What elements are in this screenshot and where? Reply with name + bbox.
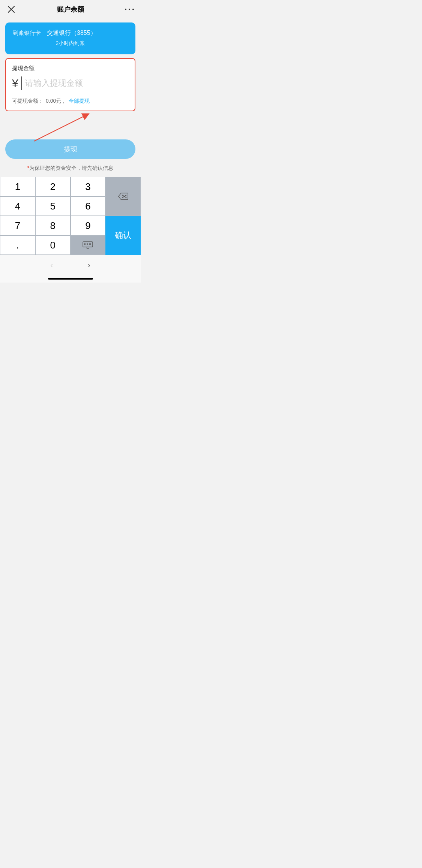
keyboard-row-3: 7 8 9 — [0, 216, 105, 235]
keyboard-left: 1 2 3 4 5 6 7 8 9 . 0 — [0, 177, 105, 255]
close-button[interactable] — [6, 4, 17, 15]
available-amount-row: 可提现金额： 0.00元， 全部提现 — [12, 98, 129, 105]
arrival-time: 2小时内到账 — [13, 40, 128, 47]
key-2[interactable]: 2 — [35, 177, 71, 196]
bank-card-label: 到账银行卡 — [13, 30, 41, 37]
arrow-annotation — [0, 111, 141, 139]
svg-point-3 — [129, 9, 130, 10]
key-confirm[interactable]: 确认 — [105, 216, 141, 255]
key-6[interactable]: 6 — [71, 196, 106, 216]
amount-input-section: 提现金额 ¥ 请输入提现金额 可提现金额： 0.00元， 全部提现 — [5, 58, 135, 111]
more-button[interactable] — [124, 4, 135, 15]
amount-label: 提现金额 — [12, 65, 129, 72]
withdraw-button[interactable]: 提现 — [5, 139, 135, 159]
available-prefix: 可提现金额： — [12, 98, 44, 105]
keyboard-row-4: . 0 — [0, 235, 105, 255]
header: 账户余额 — [0, 0, 141, 19]
keyboard-row-2: 4 5 6 — [0, 196, 105, 216]
bottom-nav: ‹ › — [0, 255, 141, 275]
amount-input-row[interactable]: ¥ 请输入提现金额 — [12, 76, 129, 94]
home-indicator — [0, 275, 141, 283]
key-8[interactable]: 8 — [35, 216, 71, 235]
bank-card-section: 到账银行卡 交通银行（3855） 2小时内到账 — [5, 22, 135, 54]
page-title: 账户余额 — [57, 5, 84, 14]
yuan-symbol: ¥ — [12, 77, 18, 90]
confirm-label: 确认 — [115, 230, 131, 241]
key-hide-keyboard[interactable] — [71, 235, 106, 255]
svg-point-4 — [132, 9, 134, 10]
svg-point-2 — [125, 9, 126, 10]
key-4[interactable]: 4 — [0, 196, 35, 216]
bank-card-name: 交通银行（3855） — [47, 29, 96, 37]
security-notice: *为保证您的资金安全，请先确认信息 — [0, 165, 141, 172]
keyboard-row-1: 1 2 3 — [0, 177, 105, 196]
amount-placeholder: 请输入提现金额 — [25, 78, 83, 89]
key-backspace[interactable] — [105, 177, 141, 216]
withdraw-all-button[interactable]: 全部提现 — [69, 98, 90, 105]
security-text: 为保证您的资金安全，请先确认信息 — [29, 165, 113, 171]
key-1[interactable]: 1 — [0, 177, 35, 196]
nav-back-button[interactable]: ‹ — [44, 259, 59, 272]
numeric-keyboard: 1 2 3 4 5 6 7 8 9 . 0 — [0, 177, 141, 255]
nav-forward-button[interactable]: › — [82, 259, 96, 272]
key-9[interactable]: 9 — [71, 216, 106, 235]
cursor — [21, 76, 22, 90]
key-3[interactable]: 3 — [71, 177, 106, 196]
key-5[interactable]: 5 — [35, 196, 71, 216]
key-dot[interactable]: . — [0, 235, 35, 255]
available-amount: 0.00元， — [46, 98, 66, 105]
key-0[interactable]: 0 — [35, 235, 71, 255]
keyboard-area: 1 2 3 4 5 6 7 8 9 . 0 — [0, 177, 141, 255]
key-7[interactable]: 7 — [0, 216, 35, 235]
keyboard-right: 确认 — [105, 177, 141, 255]
home-bar — [48, 278, 93, 280]
